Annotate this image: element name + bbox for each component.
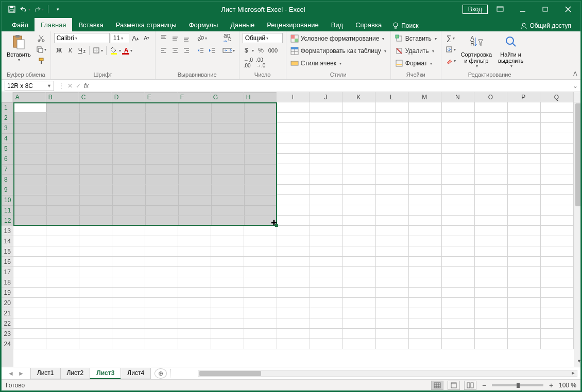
cell[interactable] [79,133,112,144]
cell[interactable] [541,205,574,216]
close-icon[interactable] [558,2,578,16]
cell[interactable] [475,308,508,318]
cell[interactable] [343,246,376,257]
row-header[interactable]: 1 [2,102,13,113]
cell[interactable] [376,267,409,277]
cell[interactable] [211,216,244,226]
cell[interactable] [277,277,310,288]
cell[interactable] [277,164,310,174]
cell[interactable] [178,257,211,267]
cell[interactable] [409,185,442,195]
cell[interactable] [178,308,211,318]
zoom-slider[interactable] [492,384,543,386]
cell[interactable] [343,298,376,308]
tab-scroll-right-icon[interactable]: ► [18,370,24,377]
cell[interactable] [475,185,508,195]
cell[interactable] [178,236,211,246]
cell[interactable] [541,113,574,123]
cell[interactable] [46,308,79,318]
cell[interactable] [541,216,574,226]
cell[interactable] [178,226,211,236]
column-header[interactable]: G [211,92,244,102]
autosum-icon[interactable]: ∑ [444,33,457,43]
cell[interactable] [508,226,541,236]
cell[interactable] [79,164,112,174]
cell[interactable] [541,267,574,277]
cell[interactable] [310,288,343,298]
tab-insert[interactable]: Вставка [72,18,109,31]
cell[interactable] [79,154,112,164]
cell[interactable] [475,226,508,236]
cell[interactable] [409,226,442,236]
cell[interactable] [376,164,409,174]
cell[interactable] [46,236,79,246]
cell[interactable] [343,226,376,236]
row-header[interactable]: 6 [2,154,13,164]
cell[interactable] [112,246,145,257]
cell[interactable] [475,113,508,123]
cell[interactable] [541,298,574,308]
cell[interactable] [508,195,541,205]
cell[interactable] [475,195,508,205]
cell[interactable] [541,277,574,288]
row-header[interactable]: 23 [2,329,13,339]
cell[interactable] [46,154,79,164]
tab-review[interactable]: Рецензирование [261,18,324,31]
cell[interactable] [508,267,541,277]
cell[interactable] [211,144,244,154]
cell[interactable] [508,164,541,174]
cell[interactable] [442,329,475,339]
cell[interactable] [343,102,376,113]
cell[interactable] [244,102,277,113]
cell[interactable] [376,329,409,339]
cell[interactable] [13,144,46,154]
cell[interactable] [145,113,178,123]
cell[interactable] [343,185,376,195]
cell[interactable] [79,236,112,246]
borders-icon[interactable] [92,45,104,56]
cell[interactable] [145,164,178,174]
row-header[interactable]: 5 [2,144,13,154]
cell[interactable] [442,144,475,154]
cell[interactable] [475,257,508,267]
cell[interactable] [409,308,442,318]
cell[interactable] [277,185,310,195]
cell[interactable] [211,257,244,267]
cell[interactable] [277,226,310,236]
formula-input[interactable] [93,81,570,91]
cell[interactable] [310,246,343,257]
row-header[interactable]: 4 [2,133,13,144]
cell[interactable] [112,185,145,195]
cell[interactable] [376,298,409,308]
sheet-tab[interactable]: Лист1 [30,368,61,379]
column-header[interactable]: K [343,92,375,102]
paste-button[interactable]: Вставить [5,33,33,63]
cell[interactable] [79,102,112,113]
cell[interactable] [343,195,376,205]
cell[interactable] [277,154,310,164]
cell[interactable] [409,277,442,288]
cell[interactable] [376,308,409,318]
percent-format-icon[interactable]: % [256,45,266,56]
cell[interactable] [145,257,178,267]
cell[interactable] [475,164,508,174]
column-header[interactable]: C [79,92,112,102]
cell[interactable] [475,102,508,113]
tell-me-search[interactable]: Поиск [388,20,422,31]
tab-help[interactable]: Справка [349,18,388,31]
row-header[interactable]: 11 [2,205,13,216]
cell[interactable] [112,174,145,185]
cell[interactable] [46,185,79,195]
cell[interactable] [112,113,145,123]
cell[interactable] [244,308,277,318]
cell[interactable] [310,236,343,246]
cell[interactable] [277,174,310,185]
cell[interactable] [508,185,541,195]
cell[interactable] [277,113,310,123]
cell[interactable] [79,226,112,236]
cell[interactable] [409,246,442,257]
cell[interactable] [13,288,46,298]
cell[interactable] [343,277,376,288]
cell[interactable] [475,174,508,185]
cell[interactable] [442,308,475,318]
